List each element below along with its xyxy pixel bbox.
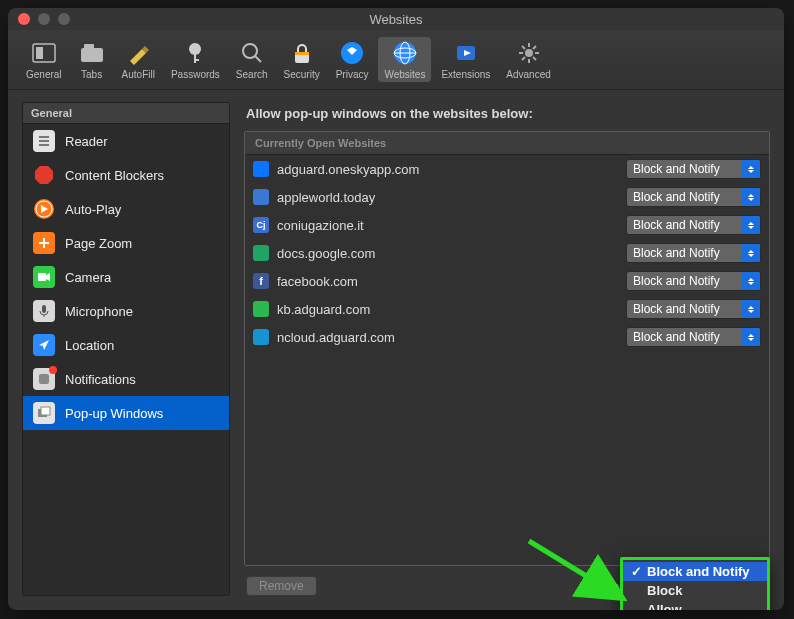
select-arrows-icon	[742, 160, 760, 178]
svg-marker-37	[46, 273, 50, 281]
sidebar-item-label: Notifications	[65, 372, 136, 387]
sidebar-item-label: Content Blockers	[65, 168, 164, 183]
tabs-icon	[78, 39, 106, 67]
footer-bar: Remove When visiting other websites: ✓Bl…	[244, 566, 770, 596]
default-policy-dropdown[interactable]: ✓Block and Notify Block Allow	[620, 557, 770, 610]
site-name: kb.adguard.com	[277, 302, 618, 317]
sidebar-item-location[interactable]: Location	[23, 328, 229, 362]
row-policy-select[interactable]: Block and Notify	[626, 271, 761, 291]
svg-rect-5	[194, 53, 196, 63]
sidebar: General Reader Content Blockers Auto-Pla…	[22, 102, 230, 596]
security-icon	[288, 39, 316, 67]
toolbar-item-privacy[interactable]: Privacy	[330, 37, 375, 82]
table-row[interactable]: appleworld.today Block and Notify	[245, 183, 769, 211]
sidebar-header: General	[23, 103, 229, 124]
general-icon	[30, 39, 58, 67]
toolbar-item-websites[interactable]: Websites	[378, 37, 431, 82]
window-title: Websites	[8, 12, 784, 27]
table-row[interactable]: f facebook.com Block and Notify	[245, 267, 769, 295]
table-row[interactable]: adguard.oneskyapp.com Block and Notify	[245, 155, 769, 183]
toolbar-item-search[interactable]: Search	[230, 37, 274, 82]
search-icon	[238, 39, 266, 67]
sidebar-item-label: Camera	[65, 270, 111, 285]
popup-windows-icon	[33, 402, 55, 424]
svg-rect-38	[42, 305, 46, 313]
select-arrows-icon	[742, 188, 760, 206]
dropdown-option[interactable]: ✓Block and Notify	[623, 562, 767, 581]
passwords-icon	[181, 39, 209, 67]
svg-rect-2	[81, 48, 103, 62]
toolbar-item-general[interactable]: General	[20, 37, 68, 82]
svg-rect-10	[295, 52, 309, 55]
toolbar-item-extensions[interactable]: Extensions	[435, 37, 496, 82]
site-favicon	[253, 189, 269, 205]
privacy-icon	[338, 39, 366, 67]
websites-table: Currently Open Websites adguard.oneskyap…	[244, 131, 770, 566]
svg-point-18	[525, 49, 533, 57]
svg-line-23	[522, 46, 525, 49]
site-name: ncloud.adguard.com	[277, 330, 618, 345]
sidebar-item-label: Reader	[65, 134, 108, 149]
table-row[interactable]: Cj coniugazione.it Block and Notify	[245, 211, 769, 239]
site-favicon	[253, 301, 269, 317]
site-name: coniugazione.it	[277, 218, 618, 233]
svg-line-8	[255, 56, 261, 62]
svg-line-25	[522, 57, 525, 60]
table-row[interactable]: kb.adguard.com Block and Notify	[245, 295, 769, 323]
advanced-icon	[515, 39, 543, 67]
dropdown-option[interactable]: Allow	[623, 600, 767, 610]
camera-icon	[33, 266, 55, 288]
content-area: General Reader Content Blockers Auto-Pla…	[8, 90, 784, 610]
row-policy-select[interactable]: Block and Notify	[626, 215, 761, 235]
maximize-button[interactable]	[58, 13, 70, 25]
microphone-icon	[33, 300, 55, 322]
toolbar-item-autofill[interactable]: AutoFill	[116, 37, 161, 82]
svg-marker-40	[39, 340, 49, 350]
toolbar: General Tabs AutoFill Passwords Search S…	[8, 30, 784, 90]
site-name: adguard.oneskyapp.com	[277, 162, 618, 177]
location-icon	[33, 334, 55, 356]
svg-line-24	[533, 57, 536, 60]
remove-button[interactable]: Remove	[246, 576, 317, 596]
sidebar-item-label: Page Zoom	[65, 236, 132, 251]
sidebar-item-label: Pop-up Windows	[65, 406, 163, 421]
websites-icon	[391, 39, 419, 67]
table-row[interactable]: docs.google.com Block and Notify	[245, 239, 769, 267]
sidebar-item-page-zoom[interactable]: Page Zoom	[23, 226, 229, 260]
row-policy-select[interactable]: Block and Notify	[626, 299, 761, 319]
sidebar-item-reader[interactable]: Reader	[23, 124, 229, 158]
sidebar-item-popup-windows[interactable]: Pop-up Windows	[23, 396, 229, 430]
table-row[interactable]: ncloud.adguard.com Block and Notify	[245, 323, 769, 351]
sidebar-item-microphone[interactable]: Microphone	[23, 294, 229, 328]
row-policy-select[interactable]: Block and Notify	[626, 243, 761, 263]
sidebar-item-auto-play[interactable]: Auto-Play	[23, 192, 229, 226]
toolbar-item-tabs[interactable]: Tabs	[72, 37, 112, 82]
sidebar-item-label: Auto-Play	[65, 202, 121, 217]
site-favicon	[253, 329, 269, 345]
row-policy-select[interactable]: Block and Notify	[626, 159, 761, 179]
close-button[interactable]	[18, 13, 30, 25]
select-arrows-icon	[742, 300, 760, 318]
svg-rect-6	[194, 59, 199, 61]
table-body: adguard.oneskyapp.com Block and Notify a…	[245, 155, 769, 565]
toolbar-item-security[interactable]: Security	[278, 37, 326, 82]
content-blockers-icon	[33, 164, 55, 186]
minimize-button[interactable]	[38, 13, 50, 25]
table-section-header: Currently Open Websites	[245, 132, 769, 155]
svg-rect-36	[38, 273, 46, 281]
toolbar-item-passwords[interactable]: Passwords	[165, 37, 226, 82]
row-policy-select[interactable]: Block and Notify	[626, 187, 761, 207]
traffic-lights	[18, 13, 70, 25]
main-panel: Allow pop-up windows on the websites bel…	[244, 102, 770, 596]
row-policy-select[interactable]: Block and Notify	[626, 327, 761, 347]
site-favicon	[253, 161, 269, 177]
select-arrows-icon	[742, 244, 760, 262]
sidebar-item-camera[interactable]: Camera	[23, 260, 229, 294]
dropdown-option[interactable]: Block	[623, 581, 767, 600]
toolbar-item-advanced[interactable]: Advanced	[500, 37, 556, 82]
site-name: facebook.com	[277, 274, 618, 289]
site-favicon: f	[253, 273, 269, 289]
sidebar-item-content-blockers[interactable]: Content Blockers	[23, 158, 229, 192]
svg-rect-3	[84, 44, 94, 50]
sidebar-item-notifications[interactable]: Notifications	[23, 362, 229, 396]
